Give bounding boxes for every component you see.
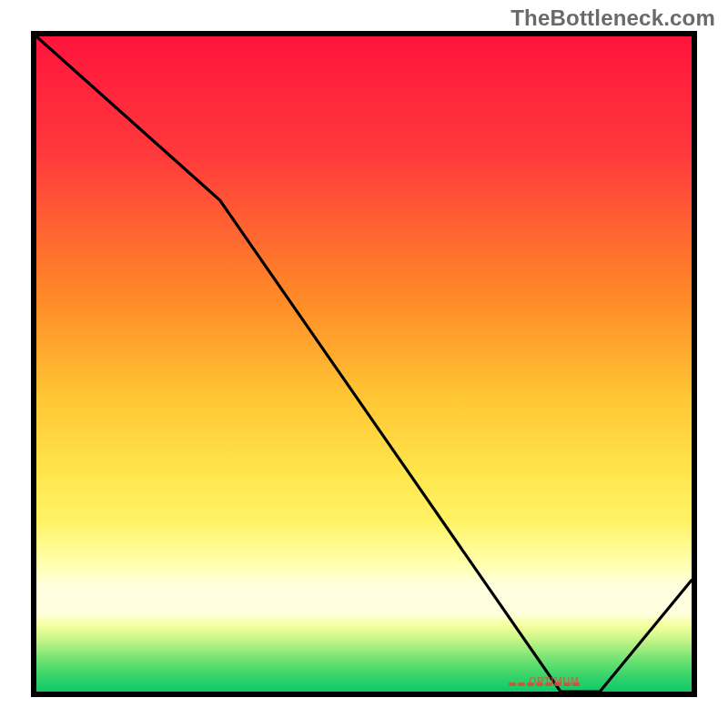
optimal-zone-label: OPTIMUM bbox=[504, 675, 603, 686]
plot-area: OPTIMUM bbox=[31, 31, 697, 697]
chart-container: TheBottleneck.com OPTIMUM bbox=[0, 0, 728, 728]
bottleneck-curve-line bbox=[36, 36, 692, 692]
line-plot bbox=[36, 36, 692, 692]
watermark-text: TheBottleneck.com bbox=[511, 5, 715, 31]
